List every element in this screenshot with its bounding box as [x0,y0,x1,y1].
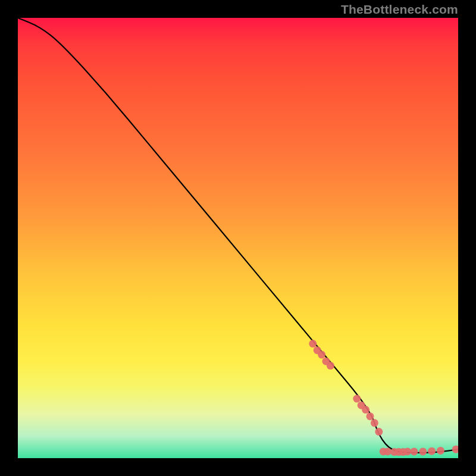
data-point [375,428,383,436]
data-point [380,447,387,455]
data-point [452,446,458,453]
data-point [390,448,398,456]
chart-stage: TheBottleneck.com [0,0,476,476]
data-point [428,447,436,455]
watermark-text: TheBottleneck.com [341,2,458,17]
data-point [403,447,411,455]
plot-area [18,18,458,458]
data-point [419,447,427,455]
data-point [399,448,407,456]
chart-svg [18,18,458,458]
data-point [318,351,325,359]
series-curve [18,18,458,453]
data-point [327,362,334,369]
data-point [358,402,365,409]
data-point [411,447,418,455]
data-point [362,406,369,414]
data-point [309,340,317,347]
data-point [384,447,392,455]
series-dots-descending [309,340,383,436]
data-point [437,447,444,455]
data-point [395,448,403,456]
data-point [353,395,361,403]
data-point [314,346,321,354]
data-point [367,412,374,420]
series-dots-floor [380,446,458,456]
data-point [322,358,330,365]
data-point [371,419,378,427]
